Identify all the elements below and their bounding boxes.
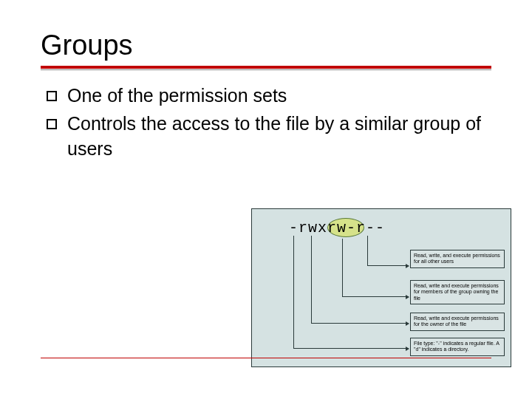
diagram-label-group: Read, write and execute permissions for …	[410, 280, 505, 304]
permissions-diagram: -rwxrw-r-- Read, write, and execute perm…	[251, 208, 511, 367]
square-bullet-icon	[47, 119, 57, 129]
diagram-label-owner: Read, write and execute permissions for …	[410, 313, 505, 331]
footer-rule	[41, 358, 491, 358]
permission-string: -rwxrw-r--	[289, 219, 385, 236]
slide: Groups One of the permission sets Contro…	[0, 0, 532, 399]
square-bullet-icon	[47, 91, 57, 101]
connector-line	[342, 239, 343, 296]
diagram-label-filetype: File type: "-" indicates a regular file.…	[410, 338, 505, 356]
slide-title: Groups	[41, 30, 491, 61]
diagram-label-others: Read, write, and execute permissions for…	[410, 250, 505, 268]
bullet-list: One of the permission sets Controls the …	[41, 83, 491, 161]
bullet-item: Controls the access to the file by a sim…	[47, 112, 491, 162]
connector-line	[293, 348, 409, 349]
bullet-text: One of the permission sets	[67, 83, 491, 109]
connector-line	[342, 296, 409, 297]
diagram-inner: -rwxrw-r-- Read, write, and execute perm…	[252, 209, 511, 366]
connector-line	[367, 265, 409, 266]
bullet-text: Controls the access to the file by a sim…	[67, 112, 491, 162]
connector-line	[293, 236, 294, 348]
title-underline-thin	[41, 69, 491, 70]
title-underline-thick	[41, 66, 491, 69]
connector-line	[311, 323, 409, 324]
bullet-item: One of the permission sets	[47, 83, 491, 109]
connector-line	[311, 236, 312, 323]
connector-line	[367, 236, 368, 265]
